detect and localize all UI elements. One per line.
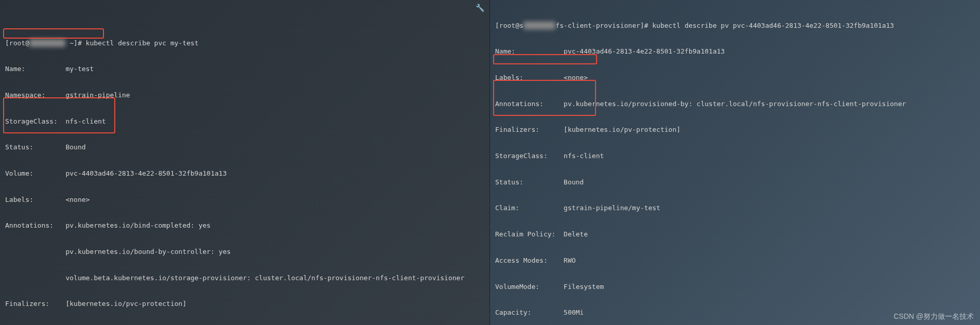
command-line: [root@xxxxxxxxx ~]# kubectl describe pvc… <box>5 39 484 48</box>
field-name: Name: my-test <box>5 65 484 74</box>
terminal-pane-right[interactable]: [root@sxxxxxxxxfs-client-provisioner]# k… <box>490 0 980 325</box>
wrench-icon[interactable]: 🔧 <box>476 3 484 12</box>
field-labels: Labels: <none> <box>495 74 975 82</box>
field-finalizers: Finalizers: [kubernetes.io/pvc-protectio… <box>5 300 484 309</box>
field-storageclass: StorageClass: nfs-client <box>5 117 484 126</box>
watermark: CSDN @努力做一名技术 <box>894 312 974 321</box>
blurred-host: xxxxxxxxx <box>29 39 65 47</box>
field-reclaim: Reclaim Policy: Delete <box>495 230 975 239</box>
field-name: Name: pvc-4403ad46-2813-4e22-8501-32fb9a… <box>495 47 975 56</box>
field-annotations: Annotations: pv.kubernetes.io/provisione… <box>495 100 975 109</box>
terminal-pane-left[interactable]: 🔧 [root@xxxxxxxxx ~]# kubectl describe p… <box>0 0 490 325</box>
field-annotations: Annotations: pv.kubernetes.io/bind-compl… <box>5 221 484 230</box>
field-claim: Claim: gstrain-pipeline/my-test <box>495 204 975 213</box>
highlight-storageclass-left <box>3 28 104 39</box>
field-annotations-3: volume.beta.kubernetes.io/storage-provis… <box>5 274 484 283</box>
field-status: Status: Bound <box>5 143 484 152</box>
field-namespace: Namespace: gstrain-pipeline <box>5 91 484 100</box>
highlight-capacity-block-right <box>493 80 596 116</box>
field-annotations-2: pv.kubernetes.io/bound-by-controller: ye… <box>5 248 484 256</box>
field-labels: Labels: <none> <box>5 196 484 204</box>
field-volumemode: VolumeMode: Filesystem <box>495 283 975 292</box>
field-status: Status: Bound <box>495 178 975 187</box>
highlight-capacity-block-left <box>3 97 115 133</box>
field-volume: Volume: pvc-4403ad46-2813-4e22-8501-32fb… <box>5 169 484 178</box>
blurred-host: xxxxxxxx <box>523 22 556 29</box>
field-finalizers: Finalizers: [kubernetes.io/pv-protection… <box>495 126 975 134</box>
field-storageclass: StorageClass: nfs-client <box>495 152 975 161</box>
command-line: [root@sxxxxxxxxfs-client-provisioner]# k… <box>495 22 975 30</box>
field-accessmodes: Access Modes: RWO <box>495 256 975 265</box>
